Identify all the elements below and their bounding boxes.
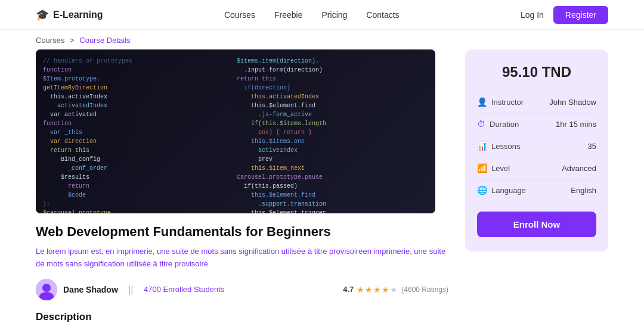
avatar xyxy=(36,279,57,300)
card-instructor-label: 👤 Instructor xyxy=(477,97,524,107)
breadcrumb: Courses > Course Details xyxy=(0,30,644,49)
card-level-value: Advanced xyxy=(562,164,596,173)
register-button[interactable]: Register xyxy=(553,6,608,24)
breadcrumb-courses[interactable]: Courses xyxy=(36,36,64,45)
nav-contacts[interactable]: Contacts xyxy=(366,10,399,20)
instructor-icon: 👤 xyxy=(477,97,487,107)
rating-count: (4600 Ratings) xyxy=(401,285,448,294)
enrolled-count[interactable]: 4700 Enrolled Students xyxy=(144,285,224,294)
card-duration-row: ⏱ Duration 1hr 15 mins xyxy=(477,113,596,135)
card-language-value: English xyxy=(571,186,596,195)
nav-courses[interactable]: Courses xyxy=(224,10,255,20)
nav-actions: Log In Register xyxy=(521,6,608,24)
course-short-desc: Le lorem ipsum est, en imprimerie, une s… xyxy=(36,246,448,271)
breadcrumb-current[interactable]: Course Details xyxy=(79,36,130,45)
card-duration-value: 1hr 15 mins xyxy=(556,120,596,129)
login-link[interactable]: Log In xyxy=(521,10,544,20)
language-icon: 🌐 xyxy=(477,185,487,195)
card-language-row: 🌐 Language English xyxy=(477,179,596,201)
card-level-label: 📶 Level xyxy=(477,163,510,173)
card-level-row: 📶 Level Advanced xyxy=(477,157,596,179)
instructor-row: Dane Shadow || 4700 Enrolled Students 4.… xyxy=(36,279,448,300)
course-image: // handlers or prototypes function $Item… xyxy=(36,49,435,213)
rating-section: 4.7 ★★★★★ (4600 Ratings) xyxy=(343,285,448,294)
instructor-name: Dane Shadow xyxy=(63,285,118,294)
card-instructor-value: John Shadow xyxy=(549,98,596,107)
logo[interactable]: 🎓 E-Learning xyxy=(36,8,103,21)
breadcrumb-separator: > xyxy=(70,36,75,45)
main-content: // handlers or prototypes function $Item… xyxy=(0,49,644,323)
divider: || xyxy=(129,285,133,294)
svg-point-1 xyxy=(42,284,51,292)
nav-pricing[interactable]: Pricing xyxy=(322,10,348,20)
nav-freebie[interactable]: Freebie xyxy=(274,10,302,20)
navbar: 🎓 E-Learning Courses Freebie Pricing Con… xyxy=(0,0,644,30)
lessons-icon: 📊 xyxy=(477,141,487,151)
enroll-button[interactable]: Enroll Now xyxy=(477,212,596,237)
course-price: 95.10 TND xyxy=(477,64,596,80)
logo-icon: 🎓 xyxy=(36,8,49,21)
course-title: Web Development Fundamentals for Beginne… xyxy=(36,224,448,240)
course-card: 95.10 TND 👤 Instructor John Shadow ⏱ Dur… xyxy=(465,49,608,251)
content-left: // handlers or prototypes function $Item… xyxy=(36,49,448,323)
card-lessons-value: 35 xyxy=(588,142,596,151)
card-lessons-row: 📊 Lessons 35 xyxy=(477,135,596,157)
desc-highlight: Le lorem ipsum est, en imprimerie, une s… xyxy=(36,247,445,268)
card-instructor-row: 👤 Instructor John Shadow xyxy=(477,91,596,113)
card-lessons-label: 📊 Lessons xyxy=(477,141,520,151)
rating-number: 4.7 xyxy=(343,285,354,294)
duration-icon: ⏱ xyxy=(477,119,485,129)
card-language-label: 🌐 Language xyxy=(477,185,526,195)
card-duration-label: ⏱ Duration xyxy=(477,119,519,129)
nav-links: Courses Freebie Pricing Contacts xyxy=(224,10,400,20)
star-icons: ★★★★★ xyxy=(357,285,398,294)
logo-text: E-Learning xyxy=(53,10,103,20)
level-icon: 📶 xyxy=(477,163,487,173)
description-title: Description xyxy=(36,311,448,323)
